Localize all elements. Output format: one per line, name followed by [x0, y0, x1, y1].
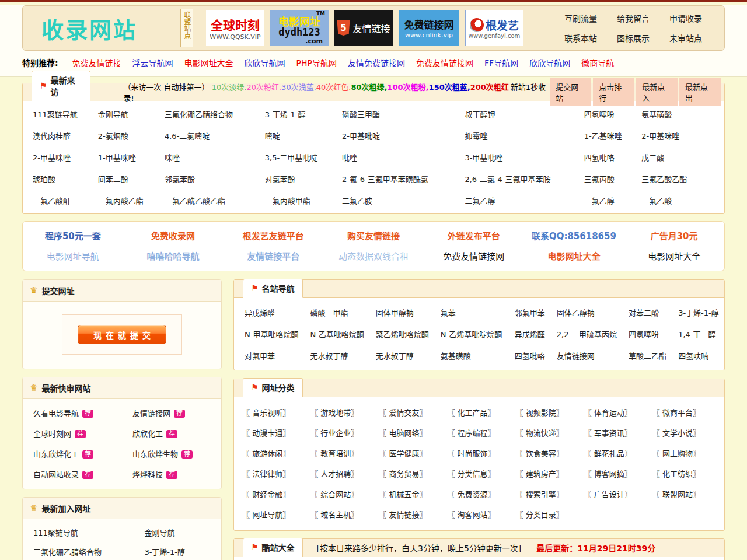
- visitor-site-link[interactable]: 三氟乙酸: [641, 197, 672, 205]
- recommend-link[interactable]: 免费友情链接网: [416, 58, 473, 68]
- category-link[interactable]: 〖 网址导航〗: [242, 510, 290, 519]
- category-link[interactable]: 〖 饮食美容〗: [516, 449, 564, 458]
- category-link[interactable]: 〖 人才招聘〗: [310, 470, 358, 478]
- header-nav-link[interactable]: 联系本站: [564, 32, 597, 44]
- visitor-site-link[interactable]: 溴代肉桂醛: [33, 132, 71, 141]
- famous-site-link[interactable]: 邻氟甲苯: [515, 309, 545, 317]
- visitor-site-link[interactable]: 111聚链导航: [33, 110, 78, 119]
- promo-link[interactable]: 根发艺友链平台: [243, 231, 304, 242]
- famous-site-link[interactable]: 四氢吡咯: [515, 352, 545, 360]
- header-nav-link[interactable]: 申请收录: [669, 12, 702, 24]
- category-link[interactable]: 〖 综合网站〗: [310, 490, 358, 499]
- recommend-link[interactable]: 浮云导航网: [132, 58, 173, 68]
- category-link[interactable]: 〖 化工产品〗: [447, 408, 495, 417]
- category-link[interactable]: 〖 军事资讯〗: [584, 429, 632, 438]
- famous-site-link[interactable]: 无水叔丁醇: [376, 352, 414, 360]
- visitor-site-link[interactable]: 1-甲基咪唑: [98, 153, 136, 162]
- category-link[interactable]: 〖 联盟网站〗: [652, 490, 700, 499]
- category-link[interactable]: 〖 建筑房产〗: [516, 470, 564, 478]
- recommend-link[interactable]: 欣欣导航网: [529, 58, 570, 68]
- category-link[interactable]: 〖 游戏地带〗: [310, 408, 358, 417]
- visitor-site-link[interactable]: 4,6-二氯嘧啶: [165, 132, 210, 141]
- famous-site-link[interactable]: N-甲基吡咯烷酮: [245, 330, 298, 339]
- promo-link[interactable]: 购买友情链接: [347, 231, 400, 242]
- banner-genfayi[interactable]: 根发艺 www.genfayi.com: [465, 10, 523, 46]
- famous-site-link[interactable]: 固体甲醇钠: [376, 309, 414, 317]
- famous-site-link[interactable]: 氟苯: [441, 309, 456, 317]
- promo-link[interactable]: 动态数据双线合租: [338, 251, 409, 262]
- promo-link[interactable]: 外链发布平台: [448, 231, 500, 242]
- tab-categories[interactable]: ⚑网址分类: [243, 378, 303, 397]
- category-link[interactable]: 〖 博客网摘〗: [584, 470, 632, 478]
- famous-site-link[interactable]: 友情链接网: [557, 352, 595, 360]
- banner-cnlink[interactable]: 免费链接网 www.cnlink.vip: [399, 10, 459, 46]
- visitor-site-link[interactable]: 3-甲基吡唑: [465, 153, 502, 162]
- visitors-action-button[interactable]: 最新点入: [636, 78, 678, 106]
- visitor-site-link[interactable]: 磷酸三甲酯: [342, 110, 380, 119]
- promo-link[interactable]: 电影网址导航: [47, 251, 99, 262]
- category-link[interactable]: 〖 视频影院〗: [516, 408, 564, 417]
- visitor-site-link[interactable]: 吡唑: [342, 153, 357, 162]
- category-link[interactable]: 〖 搜索引擎〗: [516, 490, 564, 499]
- category-link[interactable]: 〖 医学健康〗: [379, 449, 427, 458]
- category-link[interactable]: 〖 行业企业〗: [310, 429, 358, 438]
- category-link[interactable]: 〖 动漫卡通〗: [242, 429, 290, 438]
- visitor-site-link[interactable]: 四氢吡咯: [584, 153, 615, 162]
- category-link[interactable]: 〖 鲜花礼品〗: [584, 449, 632, 458]
- category-link[interactable]: 〖 体育运动〗: [584, 408, 632, 417]
- fast-review-link[interactable]: 自动网站收录: [33, 470, 79, 479]
- visitor-site-link[interactable]: 1-乙基咪唑: [584, 132, 622, 141]
- promo-link[interactable]: 嘻嘻哈哈导航: [147, 251, 200, 262]
- visitor-site-link[interactable]: 三氟丙酸甲酯: [265, 197, 310, 205]
- promo-link[interactable]: 电影网址大全: [547, 251, 600, 262]
- recommend-link[interactable]: PHP导航网: [296, 58, 337, 68]
- famous-site-link[interactable]: 氨基磺酸: [441, 352, 471, 360]
- famous-site-link[interactable]: N-乙烯基吡啶烷酮: [441, 330, 502, 339]
- famous-site-link[interactable]: 无水叔丁醇: [310, 352, 348, 360]
- famous-site-link[interactable]: 2,2-二甲硫基丙烷: [557, 330, 617, 339]
- visitor-site-link[interactable]: 抑霉唑: [465, 132, 487, 141]
- category-link[interactable]: 〖 微商平台〗: [652, 408, 700, 417]
- visitor-site-link[interactable]: 四氢噻吩: [584, 110, 615, 119]
- category-link[interactable]: 〖 电脑网络〗: [379, 429, 427, 438]
- visitor-site-link[interactable]: 三氟乙酸乙酯: [641, 175, 687, 184]
- famous-site-link[interactable]: 异戊烯醛: [245, 309, 275, 317]
- fast-review-link[interactable]: 全球时刻网: [33, 429, 71, 438]
- famous-site-link[interactable]: N-乙基吡咯烷酮: [310, 330, 364, 339]
- newly-added-link[interactable]: 三氟化硼乙腈络合物: [33, 548, 102, 556]
- visitor-site-link[interactable]: 琥珀酸: [33, 175, 55, 184]
- category-link[interactable]: 〖 财经金融〗: [242, 490, 290, 499]
- promo-link[interactable]: 免费友情链接网: [443, 251, 504, 262]
- visitor-site-link[interactable]: 嘧啶: [265, 132, 280, 141]
- category-link[interactable]: 〖 音乐视听〗: [242, 408, 290, 417]
- famous-site-link[interactable]: 草酸二乙酯: [629, 352, 666, 360]
- tab-cool-sites[interactable]: ⚑酷站大全: [243, 538, 303, 557]
- category-link[interactable]: 〖 化工纺织〗: [652, 470, 700, 478]
- fast-review-link[interactable]: 友情链接网: [132, 409, 170, 418]
- category-link[interactable]: 〖 程序编程〗: [447, 429, 495, 438]
- famous-site-link[interactable]: 对苯二酚: [629, 309, 659, 317]
- header-nav-link[interactable]: 未审站点: [669, 32, 702, 44]
- visitors-action-button[interactable]: 最新点出: [679, 78, 721, 106]
- submit-now-button[interactable]: 现在就提交: [78, 325, 166, 344]
- visitors-action-button[interactable]: 提交网站: [550, 78, 591, 106]
- tab-latest-visitors[interactable]: ⚑最新来访: [32, 71, 90, 102]
- visitor-site-link[interactable]: 3-丁烯-1-醇: [265, 110, 306, 119]
- visitor-site-link[interactable]: 2-氟-6-三氟甲基苯磺酰氯: [342, 175, 428, 184]
- famous-site-link[interactable]: 磷酸三甲酯: [310, 309, 348, 317]
- famous-site-link[interactable]: 四氢噻吩: [629, 330, 659, 339]
- visitor-site-link[interactable]: 三氟化硼乙腈络合物: [165, 110, 233, 119]
- visitor-site-link[interactable]: 三氟乙醇: [584, 197, 615, 205]
- category-link[interactable]: 〖 免费资源〗: [447, 490, 495, 499]
- category-link[interactable]: 〖 爱情交友〗: [379, 408, 427, 417]
- promo-link[interactable]: 联系QQ:85618659: [532, 231, 616, 242]
- visitor-site-link[interactable]: 咪唑: [165, 153, 180, 162]
- category-link[interactable]: 〖 旅游休闲〗: [242, 449, 290, 458]
- category-link[interactable]: 〖 法律律师〗: [242, 470, 290, 478]
- famous-site-link[interactable]: 1,4-丁二醇: [678, 330, 715, 339]
- header-nav-link[interactable]: 互刷流量: [564, 12, 597, 24]
- category-link[interactable]: 〖 时尚服饰〗: [447, 449, 495, 458]
- visitor-site-link[interactable]: 2-甲基咪唑: [33, 153, 71, 162]
- category-link[interactable]: 〖 物流快递〗: [516, 429, 564, 438]
- visitor-site-link[interactable]: 三氟丙酸乙酯: [98, 197, 144, 205]
